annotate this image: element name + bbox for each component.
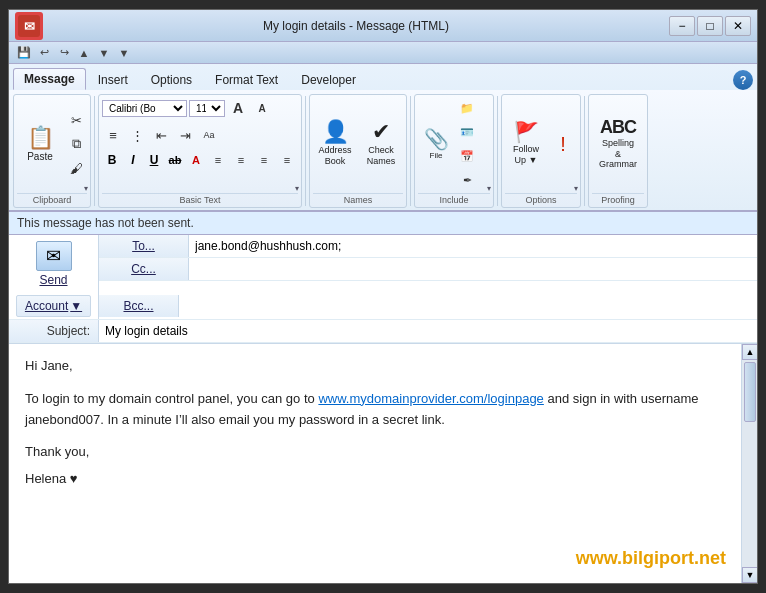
basic-text-label: Basic Text: [102, 193, 298, 205]
include-sub: 📁 🪪 📅 ✒: [456, 97, 478, 191]
cc-field-row: Cc...: [99, 258, 757, 281]
include-content: 📎 File 📁 🪪 📅 ✒: [418, 97, 490, 191]
close-button[interactable]: ✕: [725, 16, 751, 36]
italic-button[interactable]: I: [123, 150, 143, 170]
cc-input[interactable]: [189, 258, 757, 280]
email-body[interactable]: Hi Jane, To login to my domain control p…: [9, 344, 741, 583]
align-right-button[interactable]: ≡: [253, 149, 275, 171]
basic-text-expand[interactable]: ▾: [295, 184, 299, 193]
align-center-button[interactable]: ≡: [230, 149, 252, 171]
maximize-button[interactable]: □: [697, 16, 723, 36]
attach-icon: 📎: [424, 129, 449, 149]
bold-button[interactable]: B: [102, 150, 122, 170]
business-card-button[interactable]: 🪪: [456, 121, 478, 143]
cut-button[interactable]: ✂: [65, 109, 87, 131]
to-field-row: To...: [99, 235, 757, 258]
spelling-button[interactable]: ABC Spelling& Grammar: [592, 115, 644, 173]
include-group: 📎 File 📁 🪪 📅 ✒ Include ▾: [414, 94, 494, 208]
send-area: ✉ Send: [9, 235, 99, 293]
shrink-font-button[interactable]: A: [251, 97, 273, 119]
account-button[interactable]: Account ▼: [16, 295, 91, 317]
bcc-input[interactable]: [179, 295, 757, 317]
paste-button[interactable]: 📋 Paste: [17, 116, 63, 172]
tab-options[interactable]: Options: [140, 69, 203, 90]
move-down-button[interactable]: ▼: [95, 44, 113, 62]
attach-item-button[interactable]: 📁: [456, 97, 478, 119]
move-up-button[interactable]: ▲: [75, 44, 93, 62]
underline-button[interactable]: U: [144, 150, 164, 170]
options-group: 🚩 FollowUp ▼ ! Options ▾: [501, 94, 581, 208]
cc-button[interactable]: Cc...: [99, 258, 189, 280]
names-group: 👤 AddressBook ✔ CheckNames Names: [309, 94, 407, 208]
tab-insert[interactable]: Insert: [87, 69, 139, 90]
scrollbar[interactable]: ▲ ▼: [741, 344, 757, 583]
numbering-button[interactable]: ⋮: [126, 124, 148, 146]
divider-1: [94, 96, 95, 206]
divider-4: [497, 96, 498, 206]
address-book-button[interactable]: 👤 AddressBook: [313, 116, 357, 172]
calendar-button[interactable]: 📅: [456, 145, 478, 167]
styles-button[interactable]: Aa: [198, 124, 220, 146]
redo-button[interactable]: ↪: [55, 44, 73, 62]
scroll-track[interactable]: [742, 360, 757, 567]
minimize-button[interactable]: −: [669, 16, 695, 36]
to-button[interactable]: To...: [99, 235, 189, 257]
copy-button[interactable]: ⧉: [65, 133, 87, 155]
decrease-indent-button[interactable]: ⇤: [150, 124, 172, 146]
bullets-button[interactable]: ≡: [102, 124, 124, 146]
increase-indent-button[interactable]: ⇥: [174, 124, 196, 146]
align-left-button[interactable]: ≡: [207, 149, 229, 171]
align-justify-button[interactable]: ≡: [276, 149, 298, 171]
options-expand[interactable]: ▾: [574, 184, 578, 193]
address-fields: To... Cc...: [99, 235, 757, 293]
proofing-label: Proofing: [592, 193, 644, 205]
svg-text:✉: ✉: [24, 19, 35, 34]
options-label: Options: [505, 193, 577, 205]
basic-text-content: Calibri (Bo 11 A A ≡ ⋮ ⇤ ⇥ Aa: [102, 97, 298, 191]
font-color-btn[interactable]: A: [186, 150, 206, 170]
check-names-button[interactable]: ✔ CheckNames: [359, 116, 403, 172]
tab-format-text[interactable]: Format Text: [204, 69, 289, 90]
attach-file-button[interactable]: 📎 File: [418, 116, 454, 172]
customize-quick-access[interactable]: ▼: [115, 44, 133, 62]
follow-up-button[interactable]: 🚩 FollowUp ▼: [505, 116, 547, 172]
subject-input[interactable]: [99, 320, 757, 342]
body-area: Hi Jane, To login to my domain control p…: [9, 344, 757, 583]
basic-text-group: Calibri (Bo 11 A A ≡ ⋮ ⇤ ⇥ Aa: [98, 94, 302, 208]
clipboard-expand[interactable]: ▾: [84, 184, 88, 193]
divider-2: [305, 96, 306, 206]
include-expand[interactable]: ▾: [487, 184, 491, 193]
send-icon: ✉: [36, 241, 72, 271]
font-size-select[interactable]: 11: [189, 100, 225, 117]
send-button[interactable]: ✉ Send: [36, 241, 72, 287]
follow-up-icon: 🚩: [514, 122, 539, 142]
format-painter-button[interactable]: 🖌: [65, 157, 87, 179]
undo-button[interactable]: ↩: [35, 44, 53, 62]
format-row: B I U ab A ≡ ≡ ≡ ≡: [102, 149, 298, 171]
clipboard-group-content: 📋 Paste ✂ ⧉ 🖌: [17, 97, 87, 191]
help-button[interactable]: ?: [733, 70, 753, 90]
ribbon-tabs: Message Insert Options Format Text Devel…: [9, 64, 757, 90]
high-importance-button[interactable]: !: [549, 116, 577, 172]
strikethrough-button[interactable]: ab: [165, 150, 185, 170]
signature-button[interactable]: ✒: [456, 169, 478, 191]
clipboard-label: Clipboard: [17, 193, 87, 205]
bcc-button[interactable]: Bcc...: [99, 295, 179, 317]
scroll-thumb[interactable]: [744, 362, 756, 422]
body-line1: Hi Jane,: [25, 356, 725, 377]
check-names-icon: ✔: [372, 121, 390, 143]
grow-font-button[interactable]: A: [227, 97, 249, 119]
tab-developer[interactable]: Developer: [290, 69, 367, 90]
body-line4: Helena ♥: [25, 469, 725, 490]
bcc-field-row: Account ▼ Bcc...: [9, 293, 757, 320]
ribbon-content: 📋 Paste ✂ ⧉ 🖌 Clipboard ▾: [9, 90, 757, 210]
save-quick-button[interactable]: 💾: [15, 44, 33, 62]
body-link[interactable]: www.mydomainprovider.com/loginpage: [318, 391, 543, 406]
font-family-select[interactable]: Calibri (Bo: [102, 100, 187, 117]
scroll-up-button[interactable]: ▲: [742, 344, 757, 360]
scroll-down-button[interactable]: ▼: [742, 567, 757, 583]
to-input[interactable]: [189, 235, 757, 257]
tab-message[interactable]: Message: [13, 68, 86, 90]
include-label: Include: [418, 193, 490, 205]
proofing-group: ABC Spelling& Grammar Proofing: [588, 94, 648, 208]
